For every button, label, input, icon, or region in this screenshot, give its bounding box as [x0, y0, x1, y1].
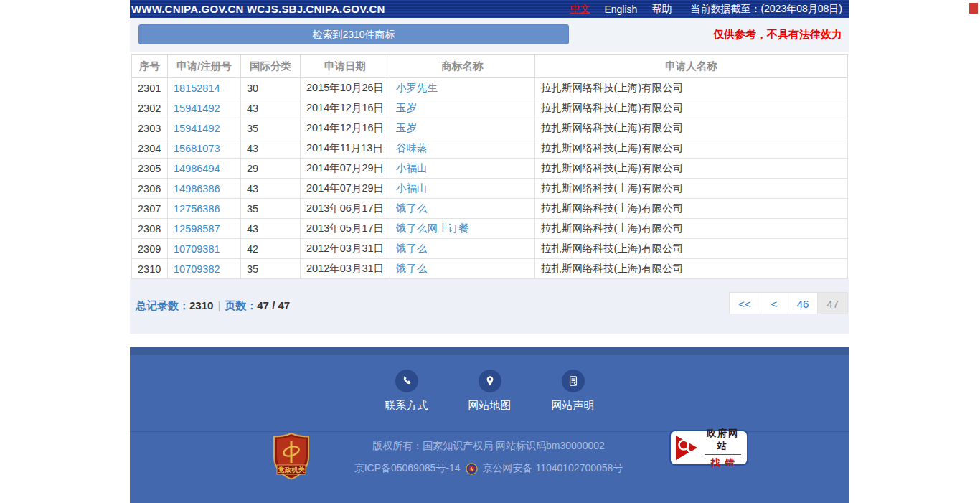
footer-top-strip [130, 347, 849, 355]
col-applicant-name: 申请人名称 [535, 55, 848, 78]
footer-link-label: 网站地图 [468, 399, 512, 413]
trademark-link[interactable]: 饿了么 [396, 263, 428, 274]
shield-label: 党政机关 [278, 466, 306, 474]
reg-number-link[interactable]: 12598587 [174, 223, 220, 235]
phone-icon [395, 370, 418, 392]
trademark-link[interactable]: 小罗先生 [396, 82, 438, 93]
reg-number-link[interactable]: 10709382 [174, 263, 220, 275]
cell-applicant: 拉扎斯网络科技(上海)有限公司 [535, 219, 848, 239]
cell-apply-date: 2012年03月31日 [301, 239, 390, 259]
total-records-label: 总记录数： [136, 299, 189, 311]
results-table-body: 2301 18152814 30 2015年10月26日 小罗先生 拉扎斯网络科… [132, 78, 848, 279]
error-badge-line1: 政府网站 [705, 427, 741, 455]
error-badge-text: 政府网站 找错 [705, 427, 741, 469]
reg-number-link[interactable]: 18152814 [174, 83, 220, 94]
red-marker [969, 3, 978, 14]
document-icon [562, 370, 585, 392]
footer-link-contact[interactable]: 联系方式 [382, 370, 432, 413]
cell-applicant: 拉扎斯网络科技(上海)有限公司 [535, 138, 848, 159]
cell-reg-number: 15941492 [168, 118, 241, 138]
table-row: 2305 14986494 29 2014年07月29日 小福山 拉扎斯网络科技… [132, 159, 848, 179]
trademark-link[interactable]: 谷味蒸 [396, 142, 428, 154]
cell-applicant: 拉扎斯网络科技(上海)有限公司 [535, 239, 848, 259]
cell-serial: 2301 [132, 78, 168, 98]
trademark-link[interactable]: 饿了么 [396, 243, 428, 254]
record-numbers: 京ICP备05069085号-14 京公网安备 11040102700058号 [331, 462, 646, 475]
reg-number-link[interactable]: 15941492 [174, 123, 220, 134]
cell-trademark: 谷味蒸 [390, 138, 535, 159]
cell-applicant: 拉扎斯网络科技(上海)有限公司 [535, 259, 848, 279]
col-intl-class: 国际分类 [241, 55, 301, 78]
cell-serial: 2302 [132, 98, 168, 118]
trademark-link[interactable]: 小福山 [396, 162, 428, 174]
cell-serial: 2309 [132, 239, 168, 259]
results-table-wrap: 序号 申请/注册号 国际分类 申请日期 商标名称 申请人名称 2301 1815… [130, 54, 849, 279]
topbar: WWW.CNIPA.GOV.CN WCJS.SBJ.CNIPA.GOV.CN 中… [130, 0, 849, 18]
table-header-row: 序号 申请/注册号 国际分类 申请日期 商标名称 申请人名称 [132, 55, 848, 78]
cell-serial: 2304 [132, 138, 168, 159]
footer-link-sitemap[interactable]: 网站地图 [465, 370, 515, 413]
result-header: 检索到2310件商标 仅供参考，不具有法律效力 [130, 18, 849, 52]
help-link[interactable]: 帮助 [651, 3, 672, 16]
table-row: 2306 14986386 43 2014年07月29日 小福山 拉扎斯网络科技… [132, 179, 848, 199]
reg-number-link[interactable]: 15681073 [174, 143, 220, 154]
pagination-section: 总记录数：2310|页数：47 / 47 <<<4647 [130, 279, 849, 334]
gov-site-error-badge[interactable]: 政府网站 找错 [669, 430, 748, 466]
table-row: 2310 10709382 35 2012年03月31日 饿了么 拉扎斯网络科技… [132, 259, 848, 279]
trademark-link[interactable]: 玉岁 [396, 122, 417, 133]
lang-english-link[interactable]: English [604, 4, 637, 15]
legal-disclaimer: 仅供参考，不具有法律效力 [713, 28, 842, 42]
cell-serial: 2306 [132, 179, 168, 199]
cell-serial: 2308 [132, 219, 168, 239]
table-row: 2301 18152814 30 2015年10月26日 小罗先生 拉扎斯网络科… [132, 78, 848, 98]
total-records-value: 2310 [189, 299, 213, 311]
footer-link-statement[interactable]: 网站声明 [548, 370, 598, 413]
party-gov-shield-badge: 党政机关 [273, 433, 310, 480]
cell-applicant: 拉扎斯网络科技(上海)有限公司 [535, 78, 848, 98]
reg-number-link[interactable]: 15941492 [174, 103, 220, 114]
police-record-number: 京公网安备 11040102700058号 [483, 462, 623, 475]
trademark-link[interactable]: 饿了么 [396, 202, 428, 214]
page-button-prev[interactable]: < [760, 292, 788, 314]
cell-apply-date: 2014年11月13日 [301, 138, 390, 159]
reg-number-link[interactable]: 14986494 [174, 163, 220, 174]
magnifier-flag-icon [675, 435, 699, 461]
cell-apply-date: 2014年12月16日 [301, 118, 390, 138]
map-pin-icon [479, 370, 501, 392]
cell-reg-number: 14986386 [168, 179, 241, 199]
cell-serial: 2305 [132, 159, 168, 179]
cell-reg-number: 12756386 [168, 199, 241, 219]
results-table: 序号 申请/注册号 国际分类 申请日期 商标名称 申请人名称 2301 1815… [131, 54, 848, 279]
cell-intl-class: 43 [241, 179, 301, 199]
reg-number-link[interactable]: 14986386 [174, 183, 220, 194]
footer-link-label: 联系方式 [385, 399, 428, 413]
page-button-47[interactable]: 47 [817, 292, 848, 314]
cell-intl-class: 35 [241, 199, 301, 219]
lang-chinese-link[interactable]: 中文 [570, 3, 590, 16]
reg-number-link[interactable]: 10709381 [174, 243, 220, 255]
cell-intl-class: 35 [241, 118, 301, 138]
cell-reg-number: 14986494 [168, 159, 241, 179]
cell-trademark: 饿了么网上订餐 [390, 219, 535, 239]
trademark-link[interactable]: 小福山 [396, 182, 428, 194]
cell-intl-class: 43 [241, 138, 301, 159]
page-button-first[interactable]: << [729, 292, 760, 314]
table-row: 2304 15681073 43 2014年11月13日 谷味蒸 拉扎斯网络科技… [132, 138, 848, 159]
police-badge-icon [466, 463, 478, 475]
cell-trademark: 饿了么 [390, 239, 535, 259]
col-trademark-name: 商标名称 [390, 55, 535, 78]
table-row: 2302 15941492 43 2014年12月16日 玉岁 拉扎斯网络科技(… [132, 98, 848, 118]
cell-intl-class: 30 [241, 78, 301, 98]
icp-number: 京ICP备05069085号-14 [354, 462, 461, 475]
trademark-link[interactable]: 饿了么网上订餐 [396, 222, 469, 234]
cell-apply-date: 2014年12月16日 [301, 98, 390, 118]
result-count-button[interactable]: 检索到2310件商标 [138, 24, 569, 44]
cell-reg-number: 15941492 [168, 98, 241, 118]
cell-reg-number: 18152814 [168, 78, 241, 98]
cell-apply-date: 2014年07月29日 [301, 179, 390, 199]
cell-reg-number: 10709382 [168, 259, 241, 279]
page-button-46[interactable]: 46 [788, 292, 819, 314]
trademark-link[interactable]: 玉岁 [396, 102, 417, 113]
reg-number-link[interactable]: 12756386 [174, 203, 220, 215]
table-row: 2307 12756386 35 2013年06月17日 饿了么 拉扎斯网络科技… [132, 199, 848, 219]
